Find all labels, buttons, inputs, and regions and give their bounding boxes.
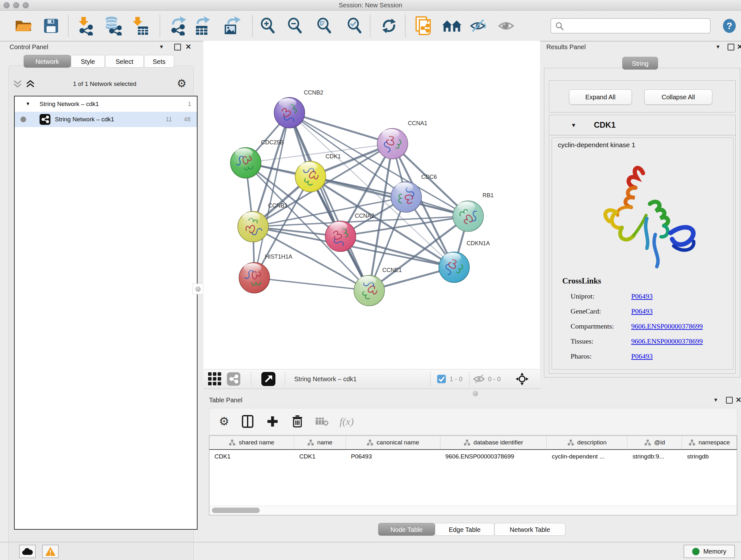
table-cell[interactable]: stringdb:9... — [627, 450, 682, 463]
network-edge-CCNB2-CCNA1[interactable] — [289, 113, 393, 144]
crosslink-link[interactable]: P06493 — [631, 352, 653, 361]
import-network-database-button[interactable] — [104, 16, 123, 36]
zoom-selected-button[interactable] — [347, 17, 362, 34]
table-gear-icon[interactable]: ⚙ — [219, 415, 229, 428]
zoom-fit-button[interactable] — [316, 17, 332, 34]
table-columns-icon[interactable] — [242, 415, 253, 428]
column-header-description[interactable]: description — [547, 436, 627, 449]
string-import-button[interactable] — [415, 16, 433, 36]
export-table-icon — [194, 16, 212, 36]
scrollbar-thumb[interactable] — [212, 508, 260, 513]
table-panel-close-button[interactable]: ✕ — [736, 396, 741, 404]
control-panel-float-button[interactable] — [174, 44, 181, 51]
collapse-all-chevron-icon[interactable] — [13, 80, 23, 88]
network-edge-CCNB2-HIST1H1A[interactable] — [254, 113, 289, 278]
expand-all-chevron-icon[interactable] — [25, 80, 37, 88]
export-table-button[interactable] — [194, 16, 212, 36]
tab-network[interactable]: Network — [23, 55, 71, 68]
fit-selected-crosshair-icon[interactable] — [515, 372, 529, 386]
expand-all-button[interactable]: Expand All — [569, 89, 632, 105]
left-splitter-handle[interactable] — [192, 284, 203, 294]
help-button[interactable]: ? — [722, 18, 737, 33]
results-panel-close-button[interactable]: ✕ — [737, 43, 741, 51]
control-panel-close-button[interactable]: ✕ — [185, 43, 191, 51]
results-panel-float-button[interactable] — [728, 44, 734, 51]
cloud-status-button[interactable] — [19, 545, 36, 558]
table-panel-menu-button[interactable]: ▼ — [713, 397, 718, 403]
network-edge-CDK1-RB1[interactable] — [311, 177, 468, 216]
table-cell[interactable]: CDK1 — [209, 450, 294, 463]
collapse-all-button[interactable]: Collapse All — [644, 89, 712, 105]
protein-disclosure-icon[interactable]: ▼ — [571, 122, 576, 129]
results-panel-menu-button[interactable]: ▼ — [716, 44, 721, 50]
export-image-button[interactable] — [223, 16, 241, 36]
import-network-file-button[interactable] — [76, 16, 94, 36]
column-header-label: canonical name — [377, 439, 419, 446]
memory-button[interactable]: Memory — [684, 545, 735, 558]
tab-edge-table[interactable]: Edge Table — [435, 523, 494, 536]
import-table-button[interactable] — [131, 16, 149, 36]
tab-sets[interactable]: Sets — [144, 55, 174, 68]
grid-view-icon[interactable] — [208, 372, 222, 386]
delete-column-icon[interactable] — [292, 415, 303, 428]
network-collection-row[interactable]: ▼ String Network – cdk1 1 — [15, 97, 197, 112]
crosslink-row: GeneCard:P06493 — [552, 304, 733, 319]
crosslink-link[interactable]: P06493 — [631, 307, 653, 315]
selected-checkbox-icon[interactable] — [437, 375, 446, 383]
hide-selected-button[interactable] — [470, 18, 487, 34]
column-header-databaseidentifier[interactable]: database identifier — [441, 436, 547, 449]
table-cell[interactable]: P06493 — [346, 450, 441, 463]
search-input[interactable] — [566, 19, 708, 32]
crosslink-link[interactable]: P06493 — [631, 292, 653, 300]
string-home-button[interactable] — [442, 19, 462, 33]
refresh-layout-button[interactable] — [381, 18, 397, 34]
tab-string[interactable]: String — [622, 57, 658, 70]
column-header-sharedname[interactable]: shared name — [209, 436, 294, 449]
tab-select[interactable]: Select — [105, 55, 144, 68]
zoom-out-button[interactable] — [287, 17, 303, 34]
show-selected-button[interactable] — [498, 18, 515, 33]
table-cell[interactable]: cyclin-dependent ... — [547, 450, 627, 463]
toolbar-separator — [285, 372, 285, 386]
warning-status-button[interactable] — [42, 545, 59, 558]
crosslink-label: Compartments: — [570, 322, 614, 330]
network-node-CCNB1[interactable]: CCNB1 — [238, 202, 287, 242]
tab-style[interactable]: Style — [71, 55, 105, 68]
network-node-CCNA1[interactable]: CCNA1 — [377, 120, 427, 159]
disclosure-triangle-icon[interactable]: ▼ — [25, 101, 30, 106]
table-cell[interactable]: CDK1 — [294, 450, 346, 463]
hidden-eye-icon[interactable] — [473, 374, 486, 384]
column-header-namespace[interactable]: namespace — [682, 436, 737, 449]
column-header-id[interactable]: @id — [627, 436, 682, 449]
network-node-RB1[interactable]: RB1 — [453, 192, 494, 232]
table-cell[interactable]: 9606.ENSP00000378699 — [441, 450, 547, 463]
save-session-button[interactable] — [43, 18, 59, 34]
tab-network-table[interactable]: Network Table — [494, 523, 565, 536]
table-horizontal-scrollbar[interactable] — [209, 506, 737, 515]
crosslink-link[interactable]: 9606.ENSP00000378699 — [631, 322, 703, 330]
table-cell[interactable]: stringdb — [682, 450, 737, 463]
network-node-CCNB2[interactable]: CCNB2 — [274, 89, 323, 128]
network-node-HIST1H1A[interactable]: HIST1H1A — [239, 253, 292, 293]
table-row[interactable]: CDK1CDK1P064939606.ENSP00000378699cyclin… — [209, 450, 737, 463]
export-network-button[interactable] — [170, 16, 187, 36]
network-canvas[interactable]: CCNB2CCNA1CDC25BCDK1CDC6RB1CCNB1CCNA2CDK… — [203, 41, 540, 369]
table-panel-float-button[interactable] — [726, 397, 733, 403]
network-view-share-icon[interactable] — [227, 372, 240, 386]
network-edge-CCNB2-CCNE1[interactable] — [289, 113, 369, 291]
column-header-canonicalname[interactable]: canonical name — [346, 436, 441, 449]
gear-icon[interactable]: ⚙ — [177, 77, 186, 90]
birds-eye-view-icon[interactable] — [261, 372, 275, 386]
column-header-name[interactable]: name — [294, 436, 346, 449]
network-row[interactable]: String Network – cdk1 11 48 — [15, 112, 197, 127]
node-label-CDK1: CDK1 — [326, 153, 341, 160]
open-session-button[interactable] — [14, 18, 32, 34]
add-column-icon[interactable] — [267, 416, 278, 427]
network-node-CDKN1A[interactable]: CDKN1A — [439, 240, 490, 283]
crosslink-link[interactable]: 9606.ENSP00000378699 — [631, 337, 703, 346]
network-node-CDK1[interactable]: CDK1 — [295, 153, 341, 192]
tab-node-table[interactable]: Node Table — [378, 523, 435, 536]
network-edge-HIST1H1A-CCNE1[interactable] — [254, 278, 369, 291]
control-panel-menu-button[interactable]: ▼ — [159, 44, 164, 50]
zoom-in-button[interactable] — [260, 17, 276, 34]
